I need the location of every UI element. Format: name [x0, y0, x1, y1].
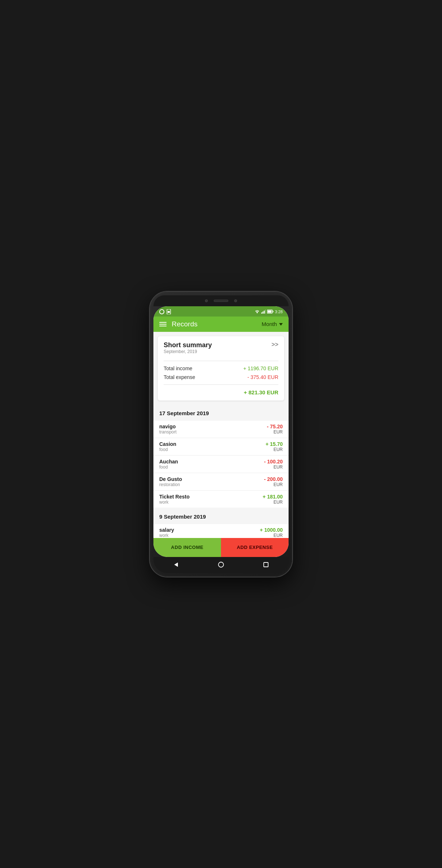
phone-top-bar	[153, 295, 289, 306]
status-right-icons: 3:28	[255, 310, 283, 314]
transaction-category: work	[159, 500, 190, 505]
svg-rect-9	[273, 311, 273, 312]
home-button[interactable]	[217, 561, 225, 569]
status-left-icons	[159, 309, 171, 314]
transaction-name: Ticket Resto	[159, 494, 190, 500]
month-label: Month	[262, 321, 277, 327]
transaction-right: - 200.00 EUR	[264, 476, 283, 487]
transaction-left: De Gusto restoration	[159, 476, 182, 487]
transaction-currency: EUR	[274, 500, 283, 505]
transaction-amount: + 1000.00	[260, 527, 283, 533]
summary-header: Short summary September, 2019 >>	[164, 341, 278, 358]
date-section: 17 September 2019	[153, 405, 289, 421]
battery-icon	[267, 310, 274, 314]
transaction-name: De Gusto	[159, 476, 182, 482]
transaction-right: + 1000.00 EUR	[260, 527, 283, 538]
transaction-currency: EUR	[274, 447, 283, 452]
total-expense-row: Total expense - 375.40 EUR	[164, 373, 278, 382]
summary-date: September, 2019	[164, 349, 212, 354]
summary-divider-2	[164, 384, 278, 385]
sensor-dot	[234, 299, 237, 302]
transaction-right: - 75.20 EUR	[267, 424, 283, 435]
wifi-icon	[255, 310, 260, 314]
transaction-item[interactable]: salary work + 1000.00 EUR	[153, 524, 289, 538]
transaction-name: salary	[159, 527, 174, 533]
transaction-left: navigo transport	[159, 424, 176, 435]
transaction-item[interactable]: De Gusto restoration - 200.00 EUR	[153, 473, 289, 490]
transaction-left: Casion food	[159, 441, 176, 452]
svg-rect-3	[261, 312, 262, 314]
svg-point-11	[218, 562, 224, 567]
summary-net-value: + 821.30 EUR	[164, 388, 278, 395]
transaction-currency: EUR	[274, 429, 283, 435]
transaction-amount: - 100.20	[264, 459, 283, 465]
add-expense-button[interactable]: ADD EXPENSE	[221, 538, 289, 557]
transaction-right: + 15.70 EUR	[266, 441, 283, 452]
transaction-left: salary work	[159, 527, 174, 538]
summary-title: Short summary	[164, 341, 212, 349]
transaction-category: restoration	[159, 482, 182, 487]
summary-navigate-icon[interactable]: >>	[271, 341, 278, 348]
transaction-amount: + 15.70	[266, 441, 283, 447]
add-income-button[interactable]: ADD INCOME	[153, 538, 221, 557]
transaction-category: food	[159, 465, 178, 470]
transaction-amount: - 200.00	[264, 476, 283, 482]
transaction-currency: EUR	[274, 482, 283, 487]
transactions-container: 17 September 2019 navigo transport - 75.…	[153, 405, 289, 538]
total-income-row: Total income + 1196.70 EUR	[164, 364, 278, 373]
date-section: 9 September 2019	[153, 508, 289, 524]
app-bar: Records Month	[153, 317, 289, 332]
transaction-item[interactable]: Auchan food - 100.20 EUR	[153, 456, 289, 473]
transaction-name: Auchan	[159, 459, 178, 465]
status-time: 3:28	[275, 310, 283, 314]
transaction-right: + 181.00 EUR	[263, 494, 283, 505]
app-bar-left: Records	[159, 320, 198, 328]
summary-divider	[164, 361, 278, 361]
transaction-name: navigo	[159, 424, 176, 429]
transaction-category: food	[159, 447, 176, 452]
nav-bar	[153, 557, 289, 573]
transaction-item[interactable]: navigo transport - 75.20 EUR	[153, 421, 289, 437]
chevron-down-icon	[279, 323, 283, 326]
svg-rect-4	[262, 312, 263, 314]
signal-icon	[261, 310, 266, 314]
transaction-category: work	[159, 533, 174, 538]
status-circle-icon	[159, 309, 164, 314]
hamburger-menu[interactable]	[159, 322, 167, 326]
transaction-category: transport	[159, 429, 176, 435]
svg-marker-10	[174, 562, 178, 567]
camera-dot	[205, 299, 208, 302]
transaction-item[interactable]: Casion food + 15.70 EUR	[153, 438, 289, 455]
transaction-right: - 100.20 EUR	[264, 459, 283, 470]
svg-rect-1	[168, 311, 170, 313]
summary-title-block: Short summary September, 2019	[164, 341, 212, 358]
transaction-amount: + 181.00	[263, 494, 283, 500]
date-heading: 9 September 2019	[159, 513, 283, 520]
month-selector[interactable]: Month	[262, 321, 283, 327]
svg-rect-5	[264, 311, 265, 314]
summary-card[interactable]: Short summary September, 2019 >> Total i…	[158, 336, 284, 401]
recents-button[interactable]	[262, 561, 270, 569]
transaction-left: Ticket Resto work	[159, 494, 190, 505]
svg-rect-8	[267, 311, 271, 313]
speaker	[214, 300, 228, 302]
transaction-currency: EUR	[274, 465, 283, 470]
back-button[interactable]	[172, 561, 180, 569]
phone-device: 3:28 Records Month Short summary	[150, 292, 292, 577]
date-heading: 17 September 2019	[159, 410, 283, 416]
transaction-left: Auchan food	[159, 459, 178, 470]
transaction-amount: - 75.20	[267, 424, 283, 429]
total-expense-label: Total expense	[164, 374, 195, 380]
content-area: Short summary September, 2019 >> Total i…	[153, 332, 289, 538]
phone-screen: 3:28 Records Month Short summary	[153, 306, 289, 557]
status-bar: 3:28	[153, 306, 289, 317]
svg-point-2	[257, 313, 258, 314]
transaction-currency: EUR	[274, 533, 283, 538]
transaction-item[interactable]: Ticket Resto work + 181.00 EUR	[153, 491, 289, 508]
status-sim-icon	[167, 309, 171, 314]
total-income-label: Total income	[164, 365, 193, 371]
total-income-value: + 1196.70 EUR	[243, 365, 278, 371]
svg-rect-12	[264, 562, 268, 567]
total-expense-value: - 375.40 EUR	[247, 374, 278, 380]
transaction-name: Casion	[159, 441, 176, 447]
